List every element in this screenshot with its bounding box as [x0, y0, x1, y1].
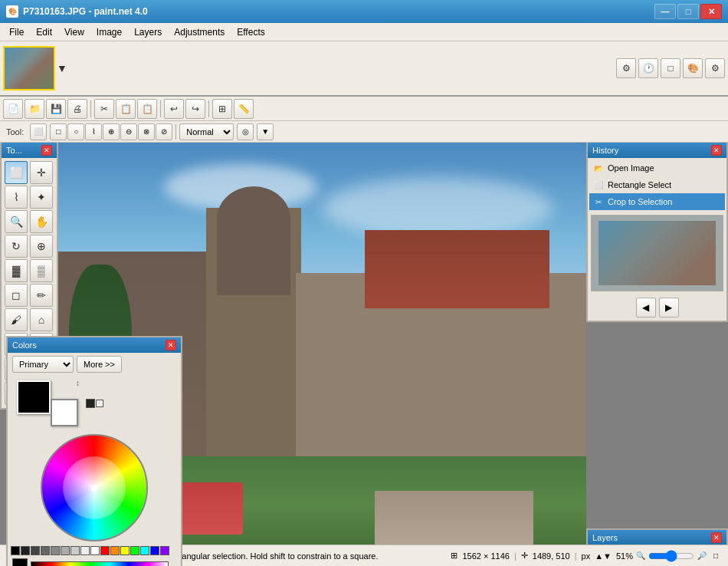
freeform-select-icon[interactable]: ⌇: [85, 123, 102, 140]
history-rect-icon: ⬜: [592, 179, 605, 191]
tools-panel-close[interactable]: ✕: [41, 145, 52, 156]
paste-btn[interactable]: 📋: [137, 99, 157, 119]
menu-layers[interactable]: Layers: [128, 25, 168, 39]
color-chip-cyan[interactable]: [140, 546, 149, 555]
tool-select-btn[interactable]: ⬜: [30, 123, 47, 140]
history-forward-btn[interactable]: ▶: [659, 298, 679, 318]
tool-pan[interactable]: ✋: [30, 210, 53, 233]
history-item-rect-select[interactable]: ⬜ Rectangle Select: [589, 176, 725, 193]
cut-btn[interactable]: ✂: [94, 99, 114, 119]
small-foreground-swatch[interactable]: [86, 399, 95, 408]
save-btn[interactable]: 💾: [46, 99, 66, 119]
rect-select-icon[interactable]: □: [50, 123, 67, 140]
zoom-slider[interactable]: [648, 551, 694, 561]
tool-magic-wand[interactable]: ✦: [30, 186, 53, 209]
secondary-color-swatch[interactable]: [51, 399, 78, 426]
feather-btn[interactable]: ▼: [257, 123, 274, 140]
color-chip-light1[interactable]: [71, 546, 80, 555]
color-chip-blue[interactable]: [150, 546, 159, 555]
history-back-btn[interactable]: ◀: [636, 298, 656, 318]
redo-btn[interactable]: ↪: [185, 99, 205, 119]
tool-clone-stamp[interactable]: ⌂: [30, 308, 53, 331]
tool-brush[interactable]: 🖌: [5, 308, 28, 331]
colors-panel-close[interactable]: ✕: [166, 340, 176, 350]
color-chip-white[interactable]: [90, 546, 100, 555]
color-chip-orange[interactable]: [110, 546, 120, 555]
tool-rotate-zoom[interactable]: ↻: [5, 235, 28, 258]
toolbar-gear-btn[interactable]: ⚙: [705, 58, 725, 78]
selection-int-icon[interactable]: ⊗: [138, 123, 155, 140]
history-item-crop[interactable]: ✂ Crop to Selection: [589, 193, 725, 210]
swap-colors-btn[interactable]: ↕: [76, 379, 80, 387]
color-chip-gray1[interactable]: [41, 546, 50, 555]
main-area: To... ✕ ⬜ ✛ ⌇ ✦ 🔍 ✋ ↻ ⊕ ▓ ▒ ◻ ✏ 🖌 ⌂ ✎ ≈: [0, 143, 728, 566]
antialiasing-btn[interactable]: ◎: [237, 123, 254, 140]
selection-inv-icon[interactable]: ⊘: [156, 123, 172, 140]
color-chip-gray2[interactable]: [51, 546, 60, 555]
undo-btn[interactable]: ↩: [164, 99, 184, 119]
nav-dropdown-arrow[interactable]: ▼: [55, 62, 69, 74]
minimize-button[interactable]: —: [654, 4, 676, 19]
status-size-icon: ⊞: [451, 551, 457, 561]
close-button[interactable]: ✕: [700, 4, 722, 19]
color-wheel-container[interactable]: [8, 431, 181, 545]
title-bar: 🎨 P7310163.JPG - paint.net 4.0 — □ ✕: [0, 0, 728, 23]
color-chip-gray3[interactable]: [61, 546, 70, 555]
toolbar-view-btn[interactable]: □: [661, 58, 680, 78]
menu-adjustments[interactable]: Adjustments: [168, 25, 231, 39]
status-unit-toggle[interactable]: ▲▼: [595, 551, 612, 561]
color-chip-dark1[interactable]: [21, 546, 30, 555]
tool-lasso[interactable]: ⌇: [5, 186, 28, 209]
history-preview: [591, 215, 723, 291]
history-panel-header: History ✕: [588, 143, 726, 158]
primary-color-swatch[interactable]: [17, 380, 51, 414]
color-wheel[interactable]: [41, 434, 148, 541]
tool-eraser[interactable]: ◻: [5, 284, 28, 307]
toolbar-color-btn[interactable]: 🎨: [683, 58, 703, 78]
toolbar-settings-btn[interactable]: ⚙: [616, 58, 636, 78]
tool-pencil[interactable]: ✏: [30, 284, 53, 307]
tool-gradient[interactable]: ▒: [30, 259, 53, 282]
selection-sub-icon[interactable]: ⊖: [120, 123, 137, 140]
menu-effects[interactable]: Effects: [231, 25, 271, 39]
open-btn[interactable]: 📁: [25, 99, 44, 119]
toolbar-history-btn[interactable]: 🕐: [638, 58, 658, 78]
selection-mode-icon[interactable]: ⊕: [103, 123, 120, 140]
blend-mode-select[interactable]: Normal Replace Multiply: [179, 123, 234, 140]
zoom-out-btn[interactable]: 🔍: [635, 550, 647, 562]
color-chip-dark2[interactable]: [31, 546, 40, 555]
grid-btn[interactable]: ⊞: [212, 99, 232, 119]
tool-rectangle-select[interactable]: ⬜: [5, 161, 28, 184]
color-chip-yellow[interactable]: [120, 546, 130, 555]
ellipse-select-icon[interactable]: ○: [67, 123, 84, 140]
history-item-rect-label: Rectangle Select: [608, 180, 671, 189]
color-mode-select[interactable]: Primary Secondary: [12, 356, 74, 373]
print-btn[interactable]: 🖨: [67, 99, 87, 119]
color-chip-lime[interactable]: [130, 546, 139, 555]
zoom-in-btn[interactable]: 🔎: [696, 550, 708, 562]
color-chip-light2[interactable]: [80, 546, 90, 555]
tool-paint-bucket[interactable]: ▓: [5, 259, 28, 282]
maximize-button[interactable]: □: [677, 4, 699, 19]
color-chip-purple[interactable]: [160, 546, 169, 555]
history-panel-close[interactable]: ✕: [711, 145, 722, 156]
bottom-swatch-black[interactable]: [12, 558, 28, 566]
menu-edit[interactable]: Edit: [30, 25, 58, 39]
tool-zoom[interactable]: 🔍: [5, 210, 28, 233]
tool-zoom2[interactable]: ⊕: [30, 235, 53, 258]
color-chip-red[interactable]: [100, 546, 110, 555]
color-spectrum-bar[interactable]: [31, 561, 169, 566]
history-item-open[interactable]: 📂 Open Image: [589, 160, 725, 176]
more-colors-btn[interactable]: More >>: [77, 356, 122, 373]
ruler-btn[interactable]: 📏: [234, 99, 254, 119]
menu-view[interactable]: View: [58, 25, 90, 39]
color-chip-black[interactable]: [11, 546, 20, 555]
small-background-swatch[interactable]: [96, 400, 103, 407]
layers-panel-close[interactable]: ✕: [711, 532, 722, 543]
tool-move-selection[interactable]: ✛: [30, 161, 53, 184]
new-btn[interactable]: 📄: [3, 99, 23, 119]
menu-file[interactable]: File: [3, 25, 30, 39]
zoom-fit-btn[interactable]: □: [710, 550, 722, 562]
menu-image[interactable]: Image: [90, 25, 128, 39]
copy-btn[interactable]: 📋: [116, 99, 136, 119]
